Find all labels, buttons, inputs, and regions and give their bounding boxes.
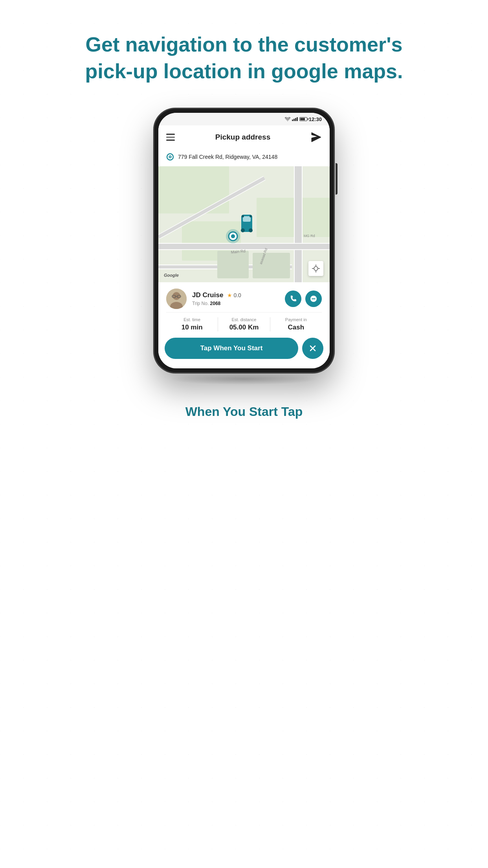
crosshair-button[interactable] [308,261,323,276]
svg-rect-15 [253,253,290,278]
est-time-value: 10 min [182,324,203,331]
google-label: Google [164,273,179,278]
crosshair-icon [312,265,320,272]
wifi-icon [285,117,290,121]
svg-point-35 [172,292,180,300]
address-bar: 779 Fall Creek Rd, Ridgeway, VA, 24148 [158,149,330,166]
est-distance-stat: Est. distance 05.00 Km [218,317,270,331]
phone-mockup: 12:30 Pickup address [154,108,334,385]
customer-row: JD Cruise ★ 0.0 Trip No. 2068 [166,289,322,309]
svg-point-29 [314,267,318,270]
svg-rect-4 [158,166,229,213]
svg-point-26 [249,228,253,232]
bottom-label: When You Start Tap [162,405,327,419]
est-time-label: Est. time [183,317,200,322]
payment-stat: Payment in Cash [270,317,322,331]
status-bar: 12:30 [158,113,330,125]
bottom-actions: Tap When You Start [158,338,330,368]
call-button[interactable] [285,291,301,307]
customer-details: JD Cruise ★ 0.0 Trip No. 2068 [192,291,279,306]
svg-rect-24 [243,216,251,222]
hamburger-menu[interactable] [166,134,175,141]
status-icons: 12:30 [285,116,322,122]
phone-icon [290,295,297,302]
trip-label: Trip No. [192,301,209,306]
rating: ★ 0.0 [227,292,241,298]
svg-rect-16 [217,251,249,278]
svg-rect-10 [295,166,302,282]
phone-frame: 12:30 Pickup address [154,108,334,373]
trip-stats: Est. time 10 min Est. distance 05.00 Km … [166,312,322,338]
payment-value: Cash [288,324,305,331]
start-trip-button[interactable]: Tap When You Start [165,338,298,359]
svg-text:MG Rd: MG Rd [304,234,315,238]
customer-name: JD Cruise [192,291,223,299]
est-distance-label: Est. distance [232,317,257,322]
svg-point-27 [242,215,244,217]
avatar [166,289,187,309]
trip-number: Trip No. 2068 [192,301,279,306]
svg-point-22 [231,234,235,238]
cancel-button[interactable] [302,338,323,359]
svg-point-41 [312,298,313,300]
address-text: 779 Fall Creek Rd, Ridgeway, VA, 24148 [178,154,277,160]
est-distance-value: 05.00 Km [229,324,259,331]
status-time: 12:30 [309,116,322,122]
svg-point-43 [314,298,316,300]
svg-point-25 [241,228,245,232]
app-header: Pickup address [158,125,330,149]
navigation-icon[interactable] [311,132,322,143]
headline: Get navigation to the customer's pick-up… [54,31,435,85]
headline-line1: Get navigation to the customer's [86,33,403,56]
location-icon [166,153,174,161]
message-icon [310,295,317,302]
trip-value: 2068 [210,301,221,306]
svg-point-28 [250,215,252,217]
close-icon [309,344,317,352]
star-icon: ★ [227,292,232,298]
svg-point-42 [313,298,314,300]
customer-name-row: JD Cruise ★ 0.0 [192,291,279,299]
message-button[interactable] [305,291,322,307]
header-title: Pickup address [215,133,270,142]
start-btn-label: Tap When You Start [200,344,263,352]
signal-icon [292,117,298,121]
map-area[interactable]: Main Rd MG Rd asasad Rd [158,166,330,282]
headline-line2: pick-up location in google maps. [85,60,403,83]
phone-screen: 12:30 Pickup address [158,113,330,368]
svg-point-2 [170,156,171,158]
est-time-stat: Est. time 10 min [166,317,218,331]
battery-icon [299,117,307,121]
payment-label: Payment in [285,317,307,322]
map-svg: Main Rd MG Rd asasad Rd [158,166,330,282]
customer-info: JD Cruise ★ 0.0 Trip No. 2068 [158,282,330,338]
action-buttons [285,291,322,307]
avatar-image [166,289,187,309]
svg-rect-12 [158,244,330,249]
svg-rect-6 [257,198,330,237]
rating-value: 0.0 [233,292,241,298]
